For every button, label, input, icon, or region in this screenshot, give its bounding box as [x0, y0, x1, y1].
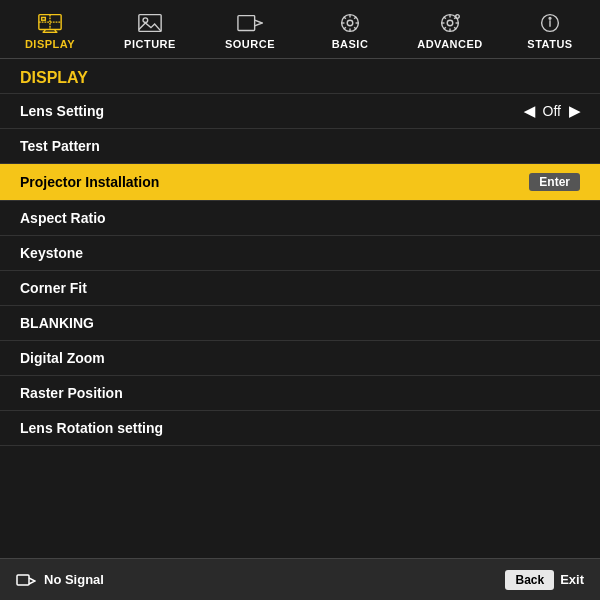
menu-item-lens-setting[interactable]: Lens Setting ◀ Off ▶ — [0, 93, 600, 128]
menu-item-corner-fit[interactable]: Corner Fit — [0, 270, 600, 305]
svg-point-8 — [143, 18, 148, 23]
menu-item-projector-installation[interactable]: Projector Installation Enter — [0, 163, 600, 200]
exit-button[interactable]: Exit — [560, 572, 584, 587]
svg-line-16 — [344, 17, 346, 19]
menu-item-raster-position[interactable]: Raster Position — [0, 375, 600, 410]
section-title: DISPLAY — [0, 59, 600, 93]
svg-point-21 — [447, 20, 453, 26]
menu-item-keystone[interactable]: Keystone — [0, 235, 600, 270]
nav-status-label: STATUS — [527, 38, 572, 50]
arrow-left-icon: ◀ — [524, 103, 535, 119]
back-button[interactable]: Back — [505, 570, 554, 590]
svg-point-33 — [549, 17, 551, 19]
projector-installation-enter: Enter — [529, 173, 580, 191]
projector-installation-label: Projector Installation — [20, 174, 159, 190]
svg-rect-34 — [17, 575, 29, 585]
nav-source[interactable]: SOURCE — [200, 8, 300, 54]
display-icon — [36, 12, 64, 34]
nav-basic-label: BASIC — [332, 38, 369, 50]
signal-text: No Signal — [44, 572, 104, 587]
test-pattern-label: Test Pattern — [20, 138, 100, 154]
status-bar: No Signal Back Exit — [0, 558, 600, 600]
source-icon — [236, 12, 264, 34]
menu-item-lens-rotation[interactable]: Lens Rotation setting — [0, 410, 600, 446]
nav-picture[interactable]: PICTURE — [100, 8, 200, 54]
nav-display-label: DISPLAY — [25, 38, 75, 50]
nav-basic[interactable]: BASIC — [300, 8, 400, 54]
nav-display[interactable]: DISPLAY — [0, 8, 100, 54]
corner-fit-label: Corner Fit — [20, 280, 87, 296]
svg-rect-7 — [139, 15, 161, 32]
picture-icon — [136, 12, 164, 34]
nav-picture-label: PICTURE — [124, 38, 176, 50]
menu-item-blanking[interactable]: BLANKING — [0, 305, 600, 340]
raster-position-label: Raster Position — [20, 385, 123, 401]
lens-rotation-label: Lens Rotation setting — [20, 420, 163, 436]
enter-badge: Enter — [529, 173, 580, 191]
nav-advanced[interactable]: ADVANCED — [400, 8, 500, 54]
keystone-label: Keystone — [20, 245, 83, 261]
svg-line-29 — [444, 27, 446, 29]
advanced-icon — [436, 12, 464, 34]
menu-item-digital-zoom[interactable]: Digital Zoom — [0, 340, 600, 375]
digital-zoom-label: Digital Zoom — [20, 350, 105, 366]
lens-setting-label: Lens Setting — [20, 103, 104, 119]
svg-point-30 — [456, 15, 460, 19]
svg-line-18 — [354, 17, 356, 19]
nav-bar: DISPLAY PICTURE SOURCE — [0, 0, 600, 59]
blanking-label: BLANKING — [20, 315, 94, 331]
status-actions: Back Exit — [505, 570, 584, 590]
svg-rect-6 — [42, 17, 46, 20]
svg-line-26 — [444, 17, 446, 19]
menu-item-test-pattern[interactable]: Test Pattern — [0, 128, 600, 163]
nav-source-label: SOURCE — [225, 38, 275, 50]
aspect-ratio-label: Aspect Ratio — [20, 210, 106, 226]
content-area: DISPLAY Lens Setting ◀ Off ▶ Test Patter… — [0, 59, 600, 446]
nav-status[interactable]: STATUS — [500, 8, 600, 54]
lens-setting-value: ◀ Off ▶ — [524, 103, 580, 119]
basic-icon — [336, 12, 364, 34]
svg-line-27 — [454, 27, 456, 29]
arrow-right-icon: ▶ — [569, 103, 580, 119]
status-icon — [536, 12, 564, 34]
svg-point-11 — [347, 20, 353, 26]
menu-item-aspect-ratio[interactable]: Aspect Ratio — [0, 200, 600, 235]
nav-advanced-label: ADVANCED — [417, 38, 483, 50]
signal-status: No Signal — [16, 571, 104, 589]
svg-rect-9 — [238, 16, 255, 31]
svg-line-19 — [344, 27, 346, 29]
svg-line-17 — [354, 27, 356, 29]
lens-setting-current: Off — [543, 103, 561, 119]
signal-icon — [16, 571, 36, 589]
